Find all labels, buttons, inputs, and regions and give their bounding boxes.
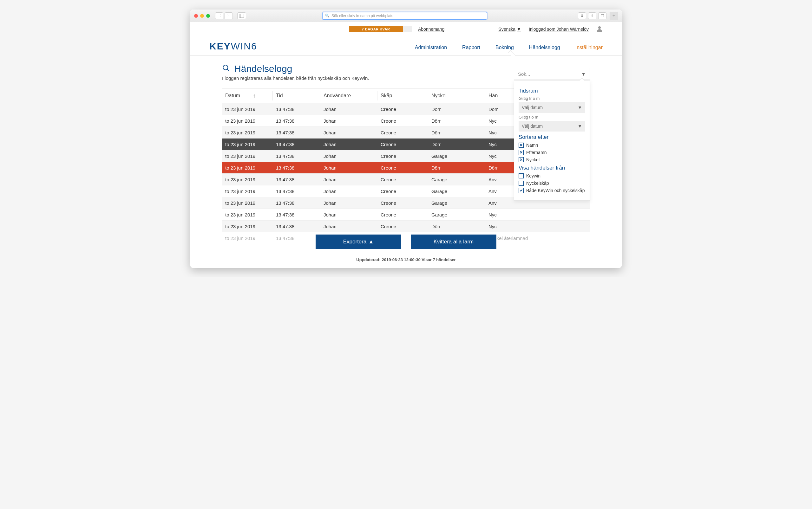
cell-key: Dörr bbox=[428, 106, 485, 112]
cell-user: Johan bbox=[320, 212, 377, 217]
cell-key: Garage bbox=[428, 154, 485, 159]
share-icon[interactable]: ⇪ bbox=[588, 12, 596, 19]
url-bar[interactable]: 🔍 Sök eller skriv in namn på webbplats bbox=[322, 12, 487, 20]
app-viewport: 7 DAGAR KVAR Abonnemang Svenska ▼ Inlogg… bbox=[190, 22, 622, 268]
cell-cabinet: Creone bbox=[377, 130, 428, 135]
sort-option-namn[interactable]: ✕Namn bbox=[519, 143, 585, 148]
col-key[interactable]: Nyckel bbox=[428, 91, 485, 100]
cell-event: Nyc bbox=[485, 224, 590, 229]
cell-event: Anv bbox=[485, 200, 590, 206]
acknowledge-all-button[interactable]: Kvittera alla larm bbox=[411, 235, 496, 249]
export-button[interactable]: Exportera▲ bbox=[316, 235, 401, 249]
trial-label: 7 DAGAR KVAR bbox=[349, 26, 403, 32]
chevron-down-icon: ▼ bbox=[581, 71, 586, 77]
language-selector[interactable]: Svenska ▼ bbox=[498, 27, 521, 32]
triangle-up-icon: ▲ bbox=[368, 239, 374, 245]
cell-key: Dörr bbox=[428, 165, 485, 171]
sort-option-nyckel[interactable]: ✕Nyckel bbox=[519, 157, 585, 162]
cell-cabinet: Creone bbox=[377, 224, 428, 229]
cell-time: 13:47:38 bbox=[273, 224, 320, 229]
nav-rapport[interactable]: Rapport bbox=[462, 45, 480, 52]
x-icon: ✕ bbox=[519, 150, 524, 155]
chevron-down-icon: ▼ bbox=[517, 27, 521, 32]
url-placeholder: Sök eller skriv in namn på webbplats bbox=[332, 13, 393, 18]
cell-cabinet: Creone bbox=[377, 118, 428, 124]
main-nav: Administration Rapport Bokning Händelsel… bbox=[415, 45, 603, 52]
cell-cabinet: Creone bbox=[377, 189, 428, 194]
x-icon: ✕ bbox=[519, 157, 524, 162]
cell-date: to 23 jun 2019 bbox=[222, 177, 273, 182]
subscription-link[interactable]: Abonnemang bbox=[418, 27, 444, 32]
top-utility-bar: 7 DAGAR KVAR Abonnemang Svenska ▼ Inlogg… bbox=[190, 22, 622, 35]
nav-installningar[interactable]: Inställningar bbox=[575, 45, 603, 52]
svg-point-2 bbox=[598, 26, 601, 29]
cell-user: Johan bbox=[320, 142, 377, 147]
cell-time: 13:47:38 bbox=[273, 200, 320, 206]
logged-in-user-link[interactable]: Inloggad som Johan Wärnelöv bbox=[529, 27, 589, 32]
col-time[interactable]: Tid bbox=[273, 91, 320, 100]
cell-time: 13:47:38 bbox=[273, 154, 320, 159]
filter-from-select[interactable]: Välj datum▼ bbox=[519, 102, 585, 113]
cell-time: 13:47:38 bbox=[273, 165, 320, 171]
cell-date: to 23 jun 2019 bbox=[222, 165, 273, 171]
new-tab-button[interactable]: + bbox=[610, 12, 618, 20]
toolbar-right: ⬇ ⇪ ❐ + bbox=[578, 12, 618, 20]
cell-date: to 23 jun 2019 bbox=[222, 130, 273, 135]
maximize-window-icon[interactable] bbox=[206, 14, 210, 18]
chevron-down-icon: ▼ bbox=[577, 105, 582, 110]
svg-point-3 bbox=[223, 65, 228, 70]
cell-cabinet: Creone bbox=[377, 154, 428, 159]
language-label: Svenska bbox=[498, 27, 516, 32]
forward-button[interactable]: 〉 bbox=[225, 12, 233, 19]
cell-cabinet: Creone bbox=[377, 106, 428, 112]
table-row[interactable]: to 23 jun 201913:47:38JohanCreoneGarageN… bbox=[222, 209, 590, 220]
table-row[interactable]: to 23 jun 201913:47:38JohanCreoneDörrNyc bbox=[222, 220, 590, 232]
sort-option-efternamn[interactable]: ✕Efternamn bbox=[519, 150, 585, 155]
col-date[interactable]: Datum↑ bbox=[222, 91, 273, 100]
x-icon: ✕ bbox=[519, 143, 524, 148]
filter-to-label: Giltig t o m bbox=[519, 115, 585, 120]
cell-cabinet: Creone bbox=[377, 200, 428, 206]
col-cabinet[interactable]: Skåp bbox=[377, 91, 428, 100]
cell-time: 13:47:38 bbox=[273, 212, 320, 217]
show-option[interactable]: Keywin bbox=[519, 173, 585, 178]
cell-user: Johan bbox=[320, 130, 377, 135]
search-dropdown[interactable]: Sök... ▼ bbox=[514, 68, 590, 80]
cell-event: Nyc bbox=[485, 212, 590, 217]
show-option[interactable]: Nyckelskåp bbox=[519, 181, 585, 186]
downloads-icon[interactable]: ⬇ bbox=[578, 12, 586, 19]
show-option[interactable]: Både KeyWin och nyckelskåp bbox=[519, 188, 585, 193]
cell-date: to 23 jun 2019 bbox=[222, 118, 273, 124]
back-button[interactable]: 〈 bbox=[215, 12, 223, 19]
nav-administration[interactable]: Administration bbox=[415, 45, 447, 52]
cell-cabinet: Creone bbox=[377, 212, 428, 217]
filter-timeframe-title: Tidsram bbox=[519, 88, 585, 94]
user-icon bbox=[596, 25, 603, 33]
logo: KEYWIN6 bbox=[209, 41, 257, 52]
cell-time: 13:47:38 bbox=[273, 130, 320, 135]
cell-key: Dörr bbox=[428, 118, 485, 124]
cell-user: Johan bbox=[320, 224, 377, 229]
page-title: Händelselogg bbox=[234, 63, 292, 74]
cell-key: Dörr bbox=[428, 224, 485, 229]
cell-date: to 23 jun 2019 bbox=[222, 224, 273, 229]
window-controls bbox=[194, 14, 210, 18]
cell-key: Dörr bbox=[428, 142, 485, 147]
sidebar-toggle-icon[interactable] bbox=[237, 12, 246, 19]
filter-to-select[interactable]: Välj datum▼ bbox=[519, 121, 585, 132]
cell-cabinet: Creone bbox=[377, 165, 428, 171]
tabs-icon[interactable]: ❐ bbox=[598, 12, 606, 19]
nav-bokning[interactable]: Bokning bbox=[495, 45, 514, 52]
cell-key: Garage bbox=[428, 200, 485, 206]
search-icon: 🔍 bbox=[325, 13, 330, 18]
nav-handelselogg[interactable]: Händelselogg bbox=[529, 45, 560, 52]
col-user[interactable]: Andvändare bbox=[320, 91, 377, 100]
magnifier-icon bbox=[222, 64, 230, 73]
minimize-window-icon[interactable] bbox=[200, 14, 204, 18]
cell-time: 13:47:38 bbox=[273, 106, 320, 112]
close-window-icon[interactable] bbox=[194, 14, 198, 18]
search-placeholder: Sök... bbox=[518, 71, 530, 77]
cell-date: to 23 jun 2019 bbox=[222, 106, 273, 112]
cell-date: to 23 jun 2019 bbox=[222, 154, 273, 159]
svg-line-4 bbox=[227, 69, 229, 71]
